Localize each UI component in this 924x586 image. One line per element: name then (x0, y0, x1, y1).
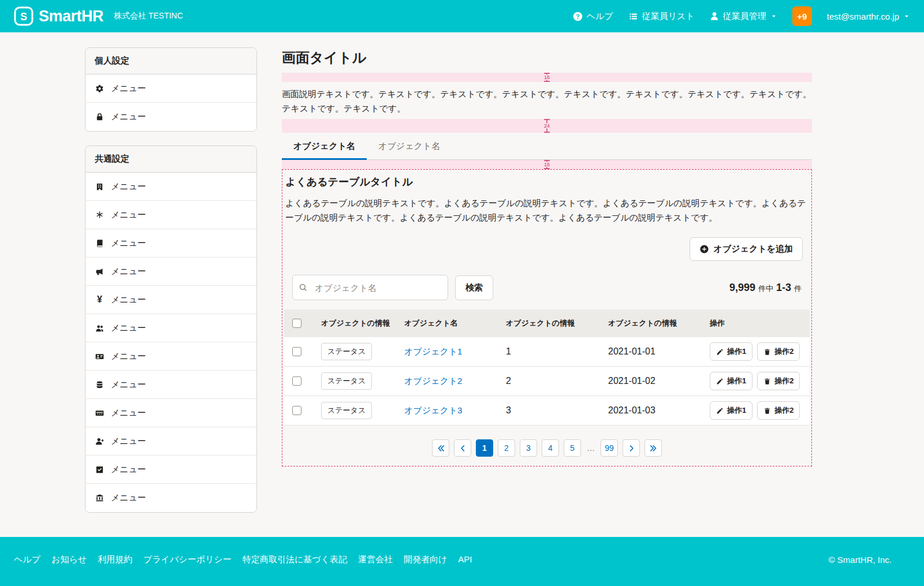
credit-card-icon (95, 409, 105, 417)
smarthr-logo[interactable]: S SmartHR (14, 6, 103, 26)
employee-list-link[interactable]: 従業員リスト (628, 11, 695, 22)
object-info: 3 (501, 396, 603, 425)
sidebar-section-title: 共通設定 (85, 146, 256, 173)
caret-down-icon (770, 13, 777, 20)
footer-link-news[interactable]: お知らせ (51, 554, 87, 565)
status-badge: ステータス (321, 343, 372, 360)
double-chevron-right-icon (649, 444, 658, 453)
sidebar-item-lock[interactable]: メニュー (85, 103, 256, 131)
account-menu[interactable]: test@smarthr.co.jp (827, 12, 910, 21)
tab-object-1[interactable]: オブジェクト名 (282, 135, 367, 159)
tab-object-2[interactable]: オブジェクト名 (367, 135, 452, 159)
column-header: オブジェクトの情報 (501, 309, 603, 337)
footer-link-terms[interactable]: 利用規約 (98, 554, 132, 565)
sidebar-item-yen[interactable]: ¥ メニュー (85, 286, 256, 314)
page-button-99[interactable]: 99 (601, 439, 618, 457)
result-range: 1-3 (776, 282, 791, 294)
footer-link-privacy[interactable]: プライバシーポリシー (143, 554, 232, 565)
page-description: 画面説明テキストです。テキストです。テキストです。テキストです。テキストです。テ… (282, 87, 812, 115)
add-object-button[interactable]: オブジェクトを追加 (690, 237, 803, 261)
trash-icon (763, 378, 771, 385)
footer-link-company[interactable]: 運営会社 (358, 554, 393, 565)
sidebar-item-label: メニュー (111, 492, 146, 503)
result-total-unit: 件中 (758, 283, 773, 294)
caret-down-icon (903, 13, 910, 20)
help-label: ヘルプ (587, 11, 613, 22)
footer-link-commerce-law[interactable]: 特定商取引法に基づく表記 (243, 554, 347, 565)
asterisk-icon (95, 211, 105, 219)
action2-button[interactable]: 操作2 (757, 342, 800, 361)
row-checkbox[interactable] (292, 347, 301, 356)
page-button-4[interactable]: 4 (542, 439, 559, 457)
object-link[interactable]: オブジェクト1 (404, 346, 462, 356)
sidebar-item-megaphone[interactable]: メニュー (85, 257, 256, 286)
sidebar-item-building[interactable]: メニュー (85, 173, 256, 201)
employee-admin-label: 従業員管理 (723, 11, 766, 22)
table-title: よくあるテーブルタイトル (285, 175, 808, 189)
sidebar-item-label: メニュー (111, 323, 146, 334)
result-count: 9,999 件中 1-3 件 (729, 282, 802, 294)
first-page-button[interactable] (432, 439, 449, 457)
sidebar-item-label: メニュー (111, 436, 146, 447)
help-icon (573, 12, 583, 21)
table-description: よくあるテーブルの説明テキストです。よくあるテーブルの説明テキストです。よくある… (285, 196, 808, 225)
status-badge: ステータス (321, 372, 372, 390)
action2-button[interactable]: 操作2 (757, 401, 800, 420)
app-header: S SmartHR 株式会社 TESTINC ヘルプ 従業員リスト 従業員管理 (0, 0, 924, 32)
notification-badge[interactable]: +9 (792, 6, 812, 26)
prev-page-button[interactable] (454, 439, 471, 457)
building-icon (95, 182, 105, 191)
last-page-button[interactable] (644, 439, 662, 457)
sidebar-item-database[interactable]: メニュー (85, 371, 256, 399)
next-page-button[interactable] (623, 439, 640, 457)
trash-icon (763, 348, 771, 356)
column-header: オブジェクト名 (400, 309, 501, 337)
action1-button[interactable]: 操作1 (710, 401, 752, 420)
page-button-3[interactable]: 3 (520, 439, 537, 457)
result-range-unit: 件 (794, 283, 802, 294)
page-button-5[interactable]: 5 (564, 439, 581, 457)
footer-link-api[interactable]: API (458, 554, 472, 565)
action1-button[interactable]: 操作1 (710, 372, 752, 390)
footer-link-help[interactable]: ヘルプ (14, 554, 40, 565)
row-checkbox[interactable] (292, 376, 301, 386)
table-row: ステータス オブジェクト2 2 2021-01-02 操作1 (284, 367, 810, 396)
action2-button[interactable]: 操作2 (757, 372, 800, 390)
object-link[interactable]: オブジェクト2 (404, 376, 462, 386)
sidebar-item-users[interactable]: メニュー (85, 314, 256, 342)
sidebar-item-credit-card[interactable]: メニュー (85, 399, 256, 427)
sidebar-item-id-card[interactable]: メニュー (85, 342, 256, 371)
select-all-checkbox[interactable] (292, 319, 301, 328)
book-icon (95, 239, 105, 248)
search-button[interactable]: 検索 (455, 275, 493, 300)
sidebar-item-user-add[interactable]: メニュー (85, 427, 256, 456)
sidebar-item-book[interactable]: メニュー (85, 229, 256, 257)
row-actions: 操作1 操作2 (710, 401, 805, 420)
bank-icon (95, 494, 105, 502)
spacing-annotation-16: 16 (282, 73, 812, 82)
main-content: 画面タイトル 16 画面説明テキストです。テキストです。テキストです。テキストで… (282, 47, 812, 466)
search-input[interactable] (292, 275, 448, 300)
object-link[interactable]: オブジェクト3 (404, 405, 462, 415)
sidebar-item-label: メニュー (111, 351, 146, 362)
sidebar-item-asterisk[interactable]: メニュー (85, 201, 256, 229)
object-date: 2021-01-02 (603, 367, 705, 396)
page-button-1[interactable]: 1 (476, 439, 493, 457)
pencil-icon (716, 378, 724, 385)
footer-link-developers[interactable]: 開発者向け (404, 554, 447, 565)
sidebar-item-check-square[interactable]: メニュー (85, 456, 256, 484)
sidebar-item-label: メニュー (111, 111, 146, 122)
spacing-annotation-24: 24 (282, 119, 812, 133)
employee-admin-menu[interactable]: 従業員管理 (710, 11, 777, 22)
megaphone-icon (95, 267, 105, 276)
action1-button[interactable]: 操作1 (710, 342, 752, 361)
row-checkbox[interactable] (292, 406, 301, 415)
add-object-label: オブジェクトを追加 (714, 244, 793, 255)
sidebar-item-bank[interactable]: メニュー (85, 484, 256, 512)
help-link[interactable]: ヘルプ (573, 11, 613, 22)
gear-icon (95, 84, 105, 93)
sidebar-item-gear[interactable]: メニュー (85, 74, 256, 103)
page-button-2[interactable]: 2 (498, 439, 515, 457)
spacing-annotation-16: 16 (282, 160, 812, 169)
column-header: オブジェクトの情報 (603, 309, 705, 337)
